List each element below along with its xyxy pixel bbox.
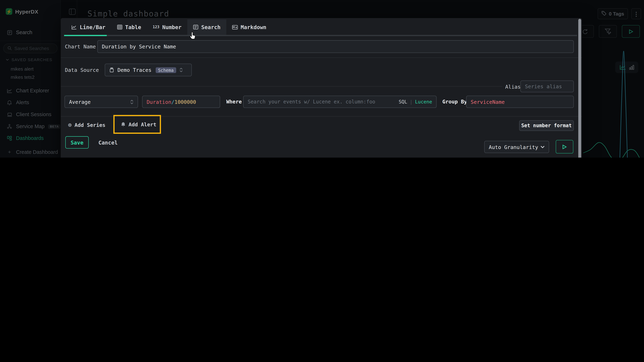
data-source-label: Data Source [65, 67, 99, 73]
edit-chart-modal: Line/BarTable123NumberSearchMarkdown Cha… [61, 18, 582, 158]
lucene-option[interactable]: Lucene [415, 99, 432, 105]
schema-badge: Schema [156, 67, 176, 73]
divider [61, 57, 582, 58]
tab-underline-track [107, 35, 577, 36]
group-by-input[interactable]: ServiceName [466, 96, 574, 108]
run-chart-button[interactable] [556, 140, 573, 154]
play-icon [562, 144, 567, 149]
expr-token: 1000000 [174, 99, 196, 105]
markdown-icon [232, 25, 238, 29]
number-icon: 123 [153, 25, 160, 29]
select-chevrons-icon [180, 68, 183, 72]
field-expression-input[interactable]: Duration/1000000 [142, 96, 220, 108]
divider [61, 86, 502, 86]
tab-number[interactable]: 123Number [147, 19, 187, 35]
data-source-select[interactable]: Demo Traces Schema [105, 64, 192, 76]
where-label: Where [226, 98, 242, 105]
group-by-label: Group By [442, 98, 467, 105]
expr-token: / [172, 99, 174, 105]
cancel-button[interactable]: Cancel [95, 136, 121, 149]
tab-table[interactable]: Table [111, 19, 147, 35]
plus-circle-icon: ⊕ [68, 122, 72, 128]
expr-token: Duration [147, 99, 172, 105]
table-icon [117, 25, 122, 30]
save-button[interactable]: Save [65, 136, 89, 149]
scrollbar-thumb[interactable] [578, 19, 581, 158]
query-language-toggle[interactable]: SQL | Lucene [399, 99, 432, 105]
y-tick-label: 1.6K [63, 157, 79, 158]
alias-label: Alias [505, 84, 520, 90]
doc-icon [193, 25, 198, 30]
chart-name-input[interactable]: Duration by Service Name [97, 40, 574, 53]
where-search-input[interactable]: Search your events w/ Lucene ex. column:… [243, 96, 436, 108]
data-source-value: Demo Traces [118, 67, 152, 73]
select-chevrons-icon [130, 100, 134, 104]
chevron-down-icon [540, 146, 544, 148]
app-window: Simple dashboard 0 Tags ⋮ 10:35:00 AM ⚡ … [0, 0, 644, 158]
chart-name-label: Chart Name [65, 43, 96, 49]
active-tab-indicator [64, 35, 107, 36]
tab-line-bar[interactable]: Line/Bar [66, 19, 111, 35]
database-icon [109, 67, 114, 73]
add-alert-highlight-box [114, 115, 161, 134]
set-number-format-button[interactable]: Set number format [519, 120, 574, 131]
tab-markdown[interactable]: Markdown [226, 19, 272, 35]
granularity-select[interactable]: Auto Granularity [484, 141, 549, 153]
aggregation-select[interactable]: Average [64, 96, 138, 108]
chart-type-tabs: Line/BarTable123NumberSearchMarkdown [61, 18, 582, 36]
line-chart-icon [72, 25, 77, 29]
sql-option[interactable]: SQL [399, 99, 407, 105]
modal-scrollbar[interactable] [578, 18, 581, 158]
add-series-button[interactable]: ⊕ Add Series [68, 122, 105, 128]
alias-input[interactable]: Series alias [520, 80, 574, 92]
mouse-cursor [189, 31, 196, 40]
